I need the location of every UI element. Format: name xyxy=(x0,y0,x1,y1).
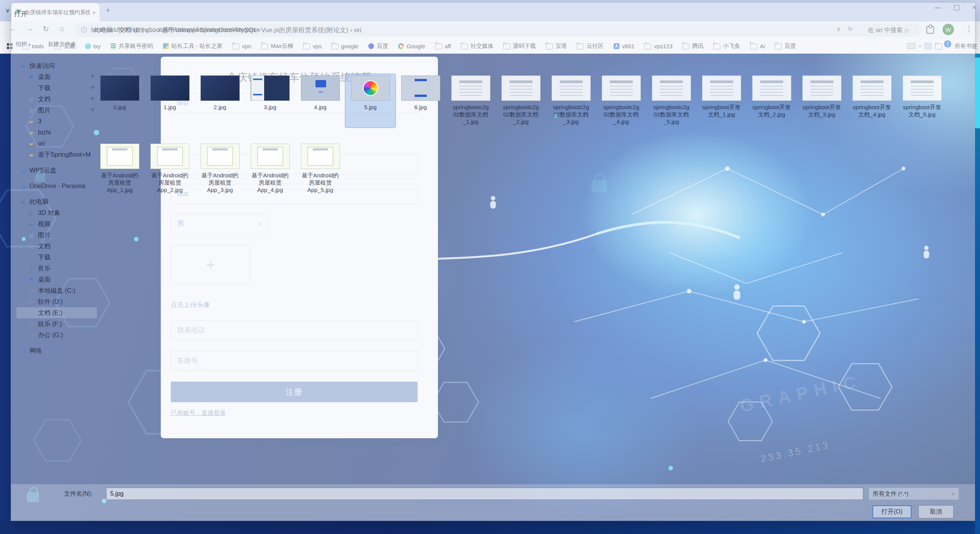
file-thumbnail xyxy=(752,75,791,101)
sidebar-item-label: 3D 对象 xyxy=(38,209,60,217)
file-item[interactable]: 4.jpg xyxy=(295,74,345,128)
sidebar-item-icon xyxy=(27,152,35,158)
sidebar-item-icon xyxy=(19,63,27,69)
file-item[interactable]: springboot开发 文档_1.jpg xyxy=(696,74,746,128)
file-name: 6.jpg xyxy=(395,103,446,111)
file-thumbnail xyxy=(602,75,641,101)
file-item[interactable]: 6.jpg xyxy=(395,74,446,128)
sidebar-item[interactable]: OneDrive - Persona xyxy=(16,180,97,192)
file-item[interactable]: 基于Android的 房屋租赁 App_2.jpg xyxy=(145,142,195,196)
sidebar-item-label: 3 xyxy=(38,118,41,125)
tab-search-chevron-icon[interactable]: ∨ xyxy=(5,7,10,14)
sidebar-item-icon xyxy=(27,141,35,147)
sidebar-item-icon xyxy=(27,243,35,249)
file-thumbnail xyxy=(100,75,139,101)
sidebar-item[interactable]: 娱乐 (F:) xyxy=(16,318,97,329)
file-item[interactable]: 2.jpg xyxy=(195,74,245,128)
file-name: springboot开发 文档_3.jpg xyxy=(797,103,847,118)
file-thumbnail xyxy=(301,144,340,169)
screen: ∨ 合庆镇停车场车位预约系统 × + — × ← → ↻ ⌂ ⓘ localho… xyxy=(0,0,980,534)
sidebar-item-label: 图片 xyxy=(38,106,51,115)
filetype-select[interactable]: 所有文件 (*.*) ∨ xyxy=(869,488,959,500)
sidebar-item[interactable]: 音乐 xyxy=(16,263,97,274)
file-grid-row-2: 基于Android的 房屋租赁 App_1.jpg 基于Android的 房屋租… xyxy=(95,142,345,196)
file-item[interactable]: springbootc2g 02数据库文档 _1.jpg xyxy=(446,74,496,128)
sidebar-item[interactable]: 基于SpringBoot+M xyxy=(16,149,97,160)
file-thumbnail xyxy=(201,144,240,169)
dialog-search-box[interactable]: 在 ori 中搜索 xyxy=(868,26,903,34)
sidebar-item[interactable]: 视频 xyxy=(16,218,97,229)
file-item[interactable]: 基于Android的 房屋租赁 App_5.jpg xyxy=(295,142,345,196)
filename-input[interactable] xyxy=(106,488,863,500)
file-item[interactable]: springboot开发 文档_3.jpg xyxy=(797,74,847,128)
sidebar-item[interactable]: 文档 xyxy=(16,241,97,252)
file-item[interactable]: 3.jpg xyxy=(245,74,295,128)
sidebar-item-label: 桌面 xyxy=(38,73,51,81)
cancel-button[interactable]: 取消 xyxy=(918,505,954,518)
file-thumbnail xyxy=(903,75,942,101)
sidebar-item[interactable]: 文档 xyxy=(16,93,97,105)
open-file-dialog: 打开 此电脑 › 文档 (E:) › … › 基于Uniapp+SpringBo… xyxy=(11,2,975,521)
file-item[interactable]: springbootc2g 02数据库文档 _3.jpg xyxy=(546,74,596,128)
sidebar-item-icon xyxy=(27,265,35,272)
file-item[interactable]: 5.jpg xyxy=(345,74,395,128)
file-name: springboot开发 文档_2.jpg xyxy=(746,103,797,118)
file-item[interactable]: springbootc2g 02数据库文档 _5.jpg xyxy=(646,74,696,128)
sidebar-item[interactable]: 软件 (D:) xyxy=(16,296,97,307)
file-item[interactable]: springboot开发 文档_4.jpg xyxy=(847,74,897,128)
sidebar-item-icon xyxy=(27,277,35,282)
sidebar-item-label: 软件 (D:) xyxy=(38,298,63,306)
sidebar-item[interactable]: 下载 xyxy=(16,252,97,263)
sidebar-item-label: 快速访问 xyxy=(29,62,55,70)
page-footer-strip xyxy=(0,521,980,534)
file-name: 基于Android的 房屋租赁 App_3.jpg xyxy=(195,172,245,193)
sidebar-item[interactable]: 办公 (G:) xyxy=(16,329,97,341)
sidebar-item[interactable]: 快速访问 xyxy=(16,60,97,71)
file-item[interactable]: 0.jpg xyxy=(95,74,145,128)
file-item[interactable]: springboot开发 文档_2.jpg xyxy=(746,74,797,128)
breadcrumb[interactable]: 此电脑 › 文档 (E:) › … › 基于Uniapp+SpringBoot+… xyxy=(93,26,361,34)
dialog-title: 打开 xyxy=(14,10,27,18)
file-name: springbootc2g 02数据库文档 _1.jpg xyxy=(446,103,496,125)
file-item[interactable]: 基于Android的 房屋租赁 App_3.jpg xyxy=(195,142,245,196)
sidebar-item[interactable]: 图片 xyxy=(16,105,97,116)
sidebar-item[interactable]: 桌面 xyxy=(16,71,97,82)
sidebar-item[interactable]: 3 xyxy=(16,116,97,127)
sidebar-item[interactable]: 此电脑 xyxy=(16,196,97,207)
file-thumbnail xyxy=(150,144,189,169)
sidebar-item-icon xyxy=(27,254,35,260)
dialog-sidebar: 快速访问 桌面 下载 文档 xyxy=(16,60,97,356)
file-name: springbootc2g 02数据库文档 _3.jpg xyxy=(546,103,596,125)
file-item[interactable]: 基于Android的 房屋租赁 App_1.jpg xyxy=(95,142,145,196)
file-item[interactable]: springbootc2g 02数据库文档 _2.jpg xyxy=(496,74,546,128)
sidebar-item[interactable]: 3D 对象 xyxy=(16,207,97,218)
sidebar-item[interactable]: ori xyxy=(16,138,97,149)
sidebar-item[interactable]: 本地磁盘 (C:) xyxy=(16,285,97,296)
scrollbar-thumb[interactable] xyxy=(975,57,980,128)
sidebar-item[interactable]: bizhi xyxy=(16,127,97,138)
open-button[interactable]: 打开(O) xyxy=(872,505,911,518)
sidebar-item[interactable]: 下载 xyxy=(16,82,97,93)
sidebar-item[interactable]: 文档 (E:) xyxy=(16,307,97,318)
sidebar-item-label: 办公 (G:) xyxy=(38,331,63,339)
new-folder-button[interactable]: 新建文件夹 xyxy=(48,41,77,48)
file-item[interactable]: springboot开发 文档_5.jpg xyxy=(897,74,947,128)
sidebar-item[interactable]: 桌面 xyxy=(16,274,97,285)
file-thumbnail xyxy=(150,75,189,101)
file-name: 基于Android的 房屋租赁 App_4.jpg xyxy=(245,172,295,193)
sidebar-item-icon xyxy=(27,299,35,305)
sidebar-item[interactable]: 图片 xyxy=(16,229,97,241)
file-item[interactable]: springbootc2g 02数据库文档 _4.jpg xyxy=(596,74,646,128)
sidebar-item-label: 图片 xyxy=(38,231,51,239)
page-scrollbar[interactable] xyxy=(975,54,980,534)
sidebar-item-label: WPS云盘 xyxy=(29,166,57,175)
sidebar-item[interactable]: WPS云盘 xyxy=(16,165,97,176)
file-thumbnail xyxy=(251,144,290,169)
organize-menu[interactable]: 组织▾ xyxy=(16,41,31,48)
file-thumbnail xyxy=(451,75,490,101)
file-item[interactable]: 基于Android的 房屋租赁 App_4.jpg xyxy=(245,142,295,196)
sidebar-item-icon xyxy=(27,232,35,238)
sidebar-item[interactable]: 网络 xyxy=(16,345,97,356)
sidebar-item-label: 文档 xyxy=(38,242,51,251)
file-item[interactable]: 1.jpg xyxy=(145,74,195,128)
